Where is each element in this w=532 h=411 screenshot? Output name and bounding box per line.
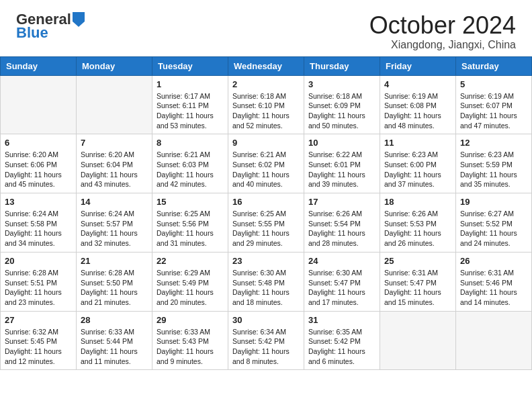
day-number: 15 — [157, 197, 224, 207]
day-number: 1 — [157, 79, 224, 89]
day-of-week-header: Tuesday — [152, 56, 228, 75]
calendar-cell: 21Sunrise: 6:28 AMSunset: 5:50 PMDayligh… — [77, 252, 152, 311]
day-number: 25 — [384, 256, 451, 266]
day-of-week-header: Saturday — [456, 56, 532, 75]
logo: General Blue — [16, 12, 85, 42]
day-number: 26 — [460, 256, 527, 266]
calendar-cell: 31Sunrise: 6:35 AMSunset: 5:42 PMDayligh… — [304, 311, 380, 370]
cell-info: Sunrise: 6:28 AMSunset: 5:51 PMDaylight:… — [5, 268, 72, 308]
cell-info: Sunrise: 6:35 AMSunset: 5:42 PMDaylight:… — [308, 327, 375, 367]
calendar-cell: 6Sunrise: 6:20 AMSunset: 6:06 PMDaylight… — [1, 134, 77, 193]
title-block: October 2024 Xiangdong, Jiangxi, China — [369, 12, 516, 51]
day-number: 3 — [308, 79, 375, 89]
day-number: 22 — [157, 256, 224, 266]
cell-info: Sunrise: 6:31 AMSunset: 5:46 PMDaylight:… — [460, 268, 527, 308]
logo-blue-text: Blue — [16, 24, 48, 41]
cell-info: Sunrise: 6:32 AMSunset: 5:45 PMDaylight:… — [5, 327, 72, 367]
calendar-cell: 3Sunrise: 6:18 AMSunset: 6:09 PMDaylight… — [304, 75, 380, 134]
day-number: 9 — [232, 138, 300, 148]
cell-info: Sunrise: 6:33 AMSunset: 5:44 PMDaylight:… — [81, 327, 148, 367]
cell-info: Sunrise: 6:30 AMSunset: 5:48 PMDaylight:… — [232, 268, 300, 308]
calendar-cell: 15Sunrise: 6:25 AMSunset: 5:56 PMDayligh… — [152, 193, 228, 253]
calendar-cell: 8Sunrise: 6:21 AMSunset: 6:03 PMDaylight… — [152, 134, 228, 193]
calendar-cell: 19Sunrise: 6:27 AMSunset: 5:52 PMDayligh… — [456, 193, 532, 253]
calendar-cell: 28Sunrise: 6:33 AMSunset: 5:44 PMDayligh… — [77, 311, 152, 370]
cell-info: Sunrise: 6:27 AMSunset: 5:52 PMDaylight:… — [460, 209, 527, 248]
cell-info: Sunrise: 6:34 AMSunset: 5:42 PMDaylight:… — [232, 327, 300, 367]
cell-info: Sunrise: 6:18 AMSunset: 6:10 PMDaylight:… — [232, 91, 300, 131]
calendar-cell: 26Sunrise: 6:31 AMSunset: 5:46 PMDayligh… — [456, 252, 532, 311]
cell-info: Sunrise: 6:29 AMSunset: 5:49 PMDaylight:… — [157, 268, 224, 308]
calendar-week-row: 1Sunrise: 6:17 AMSunset: 6:11 PMDaylight… — [1, 75, 532, 134]
calendar-cell: 4Sunrise: 6:19 AMSunset: 6:08 PMDaylight… — [380, 75, 456, 134]
day-number: 20 — [5, 256, 72, 266]
svg-marker-0 — [73, 12, 85, 27]
calendar-cell: 17Sunrise: 6:26 AMSunset: 5:54 PMDayligh… — [304, 193, 380, 253]
cell-info: Sunrise: 6:24 AMSunset: 5:57 PMDaylight:… — [81, 209, 148, 248]
calendar-cell — [1, 75, 77, 134]
calendar-cell: 23Sunrise: 6:30 AMSunset: 5:48 PMDayligh… — [228, 252, 304, 311]
day-number: 21 — [81, 256, 148, 266]
cell-info: Sunrise: 6:26 AMSunset: 5:53 PMDaylight:… — [384, 209, 451, 248]
calendar-header-row: SundayMondayTuesdayWednesdayThursdayFrid… — [1, 56, 532, 75]
calendar-cell: 20Sunrise: 6:28 AMSunset: 5:51 PMDayligh… — [1, 252, 77, 311]
day-number: 8 — [157, 138, 224, 148]
day-number: 19 — [460, 197, 527, 207]
calendar-cell: 24Sunrise: 6:30 AMSunset: 5:47 PMDayligh… — [304, 252, 380, 311]
day-number: 4 — [384, 79, 451, 89]
day-number: 7 — [81, 138, 148, 148]
day-number: 18 — [384, 197, 451, 207]
calendar-cell: 13Sunrise: 6:24 AMSunset: 5:58 PMDayligh… — [1, 193, 77, 253]
calendar-cell: 14Sunrise: 6:24 AMSunset: 5:57 PMDayligh… — [77, 193, 152, 253]
calendar-cell — [380, 311, 456, 370]
calendar-cell: 11Sunrise: 6:23 AMSunset: 6:00 PMDayligh… — [380, 134, 456, 193]
cell-info: Sunrise: 6:21 AMSunset: 6:02 PMDaylight:… — [232, 150, 300, 189]
month-title: October 2024 — [369, 12, 516, 39]
calendar-cell: 16Sunrise: 6:25 AMSunset: 5:55 PMDayligh… — [228, 193, 304, 253]
calendar-cell: 18Sunrise: 6:26 AMSunset: 5:53 PMDayligh… — [380, 193, 456, 253]
day-number: 30 — [232, 315, 300, 325]
calendar-cell: 2Sunrise: 6:18 AMSunset: 6:10 PMDaylight… — [228, 75, 304, 134]
calendar-cell: 7Sunrise: 6:20 AMSunset: 6:04 PMDaylight… — [77, 134, 152, 193]
day-number: 5 — [460, 79, 527, 89]
calendar-cell: 27Sunrise: 6:32 AMSunset: 5:45 PMDayligh… — [1, 311, 77, 370]
day-number: 31 — [308, 315, 375, 325]
cell-info: Sunrise: 6:19 AMSunset: 6:08 PMDaylight:… — [384, 91, 451, 131]
day-number: 14 — [81, 197, 148, 207]
day-number: 28 — [81, 315, 148, 325]
cell-info: Sunrise: 6:21 AMSunset: 6:03 PMDaylight:… — [157, 150, 224, 189]
day-number: 29 — [157, 315, 224, 325]
day-number: 2 — [232, 79, 300, 89]
cell-info: Sunrise: 6:22 AMSunset: 6:01 PMDaylight:… — [308, 150, 375, 189]
day-number: 11 — [384, 138, 451, 148]
cell-info: Sunrise: 6:31 AMSunset: 5:47 PMDaylight:… — [384, 268, 451, 308]
day-of-week-header: Wednesday — [228, 56, 304, 75]
day-number: 10 — [308, 138, 375, 148]
day-of-week-header: Friday — [380, 56, 456, 75]
calendar-cell: 30Sunrise: 6:34 AMSunset: 5:42 PMDayligh… — [228, 311, 304, 370]
calendar-cell: 9Sunrise: 6:21 AMSunset: 6:02 PMDaylight… — [228, 134, 304, 193]
calendar-cell — [77, 75, 152, 134]
location-title: Xiangdong, Jiangxi, China — [369, 39, 516, 51]
cell-info: Sunrise: 6:19 AMSunset: 6:07 PMDaylight:… — [460, 91, 527, 131]
cell-info: Sunrise: 6:33 AMSunset: 5:43 PMDaylight:… — [157, 327, 224, 367]
cell-info: Sunrise: 6:18 AMSunset: 6:09 PMDaylight:… — [308, 91, 375, 131]
cell-info: Sunrise: 6:23 AMSunset: 6:00 PMDaylight:… — [384, 150, 451, 189]
logo-icon — [73, 12, 85, 27]
day-number: 23 — [232, 256, 300, 266]
day-number: 16 — [232, 197, 300, 207]
calendar-cell: 22Sunrise: 6:29 AMSunset: 5:49 PMDayligh… — [152, 252, 228, 311]
day-of-week-header: Thursday — [304, 56, 380, 75]
calendar-cell: 1Sunrise: 6:17 AMSunset: 6:11 PMDaylight… — [152, 75, 228, 134]
calendar-cell — [456, 311, 532, 370]
day-number: 6 — [5, 138, 72, 148]
calendar-week-row: 13Sunrise: 6:24 AMSunset: 5:58 PMDayligh… — [1, 193, 532, 253]
cell-info: Sunrise: 6:20 AMSunset: 6:04 PMDaylight:… — [81, 150, 148, 189]
day-number: 27 — [5, 315, 72, 325]
day-number: 12 — [460, 138, 527, 148]
cell-info: Sunrise: 6:30 AMSunset: 5:47 PMDaylight:… — [308, 268, 375, 308]
day-number: 17 — [308, 197, 375, 207]
page-header: General Blue October 2024 Xiangdong, Jia… — [0, 0, 532, 56]
cell-info: Sunrise: 6:20 AMSunset: 6:06 PMDaylight:… — [5, 150, 72, 189]
day-number: 24 — [308, 256, 375, 266]
